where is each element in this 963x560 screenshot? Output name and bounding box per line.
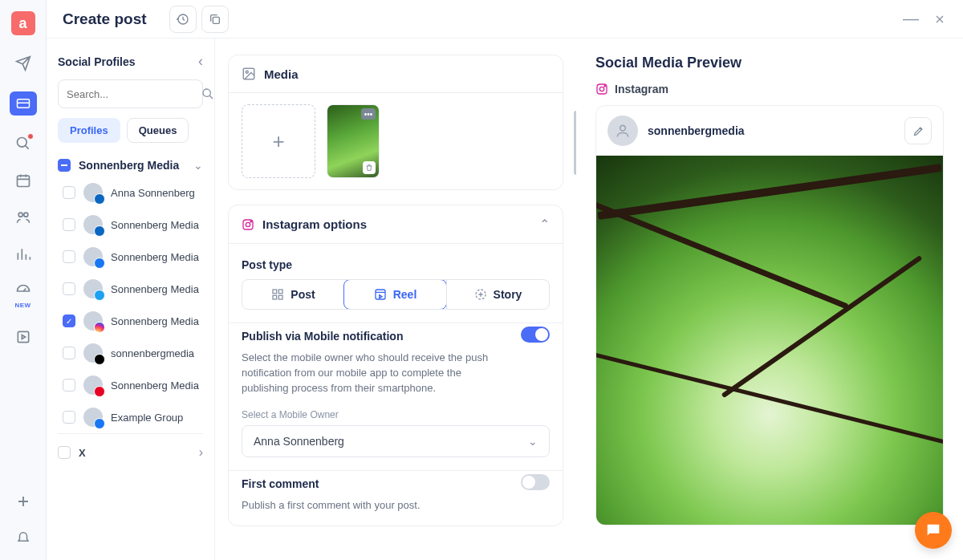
story-icon [474, 288, 487, 301]
reel-icon [374, 288, 387, 301]
profile-label: Anna Sonnenberg [111, 187, 195, 199]
chevron-down-icon: ⌄ [528, 435, 538, 448]
preview-username: sonnenbergmedia [648, 124, 745, 137]
sidebar-collapse-button[interactable]: ‹ [198, 53, 203, 70]
preview-title: Social Media Preview [595, 55, 944, 71]
avatar [83, 311, 103, 331]
social-profiles-sidebar: Social Profiles ‹ Profiles Queues Sonnen… [47, 39, 215, 560]
chevron-right-icon: › [199, 445, 203, 460]
svg-point-1 [17, 138, 26, 148]
rail-globe-search-icon[interactable] [14, 135, 32, 152]
svg-point-4 [23, 213, 27, 217]
profile-checkbox[interactable] [63, 379, 75, 392]
svg-point-21 [604, 86, 605, 87]
rail-add-icon[interactable] [14, 493, 32, 510]
history-button[interactable] [169, 6, 197, 33]
profile-item[interactable]: Sonnenberg Media [58, 305, 203, 337]
first-comment-toggle[interactable] [521, 474, 550, 490]
post-type-label: Post type [242, 258, 550, 271]
add-media-button[interactable]: + [242, 104, 315, 178]
sidebar-title: Social Profiles [58, 55, 135, 68]
profile-item[interactable]: Sonnenberg Media [58, 241, 203, 273]
rail-analytics-icon[interactable] [14, 246, 32, 263]
rail-dashboard-icon[interactable] [14, 282, 32, 300]
rail-library-icon[interactable] [14, 328, 32, 346]
grid-icon [271, 288, 284, 301]
post-type-reel[interactable]: Reel [343, 279, 447, 310]
profile-checkbox[interactable] [63, 314, 75, 327]
close-button[interactable] [933, 12, 947, 26]
profile-label: Sonnenberg Media [111, 379, 199, 392]
scrollbar-thumb[interactable] [574, 111, 576, 175]
tab-queues[interactable]: Queues [127, 118, 189, 143]
network-badge-instagram [94, 322, 105, 333]
profile-label: Sonnenberg Media [111, 283, 199, 295]
profile-checkbox[interactable] [63, 282, 75, 295]
search-input[interactable] [67, 88, 201, 100]
profile-label: Sonnenberg Media [111, 219, 199, 231]
svg-rect-15 [273, 295, 277, 299]
duplicate-button[interactable] [201, 6, 229, 33]
footer-checkbox[interactable] [58, 446, 71, 459]
group-checkbox-indeterminate[interactable] [58, 159, 71, 172]
profile-item[interactable]: Sonnenberg Media [58, 273, 203, 305]
profile-checkbox[interactable] [63, 218, 75, 231]
sidebar-footer-row[interactable]: X › [58, 433, 203, 471]
profile-checkbox[interactable] [63, 186, 75, 199]
preview-edit-button[interactable] [904, 117, 932, 144]
profile-checkbox[interactable] [63, 411, 75, 424]
social-preview-panel: Social Media Preview Instagram sonnenber… [576, 39, 963, 560]
footer-label: X [79, 447, 86, 459]
group-name: Sonnenberg Media [79, 159, 179, 172]
profile-item[interactable]: Example Group [58, 401, 203, 433]
profile-label: Sonnenberg Media [111, 251, 199, 263]
rail-notification-dot [27, 133, 34, 140]
svg-point-20 [599, 87, 603, 91]
post-type-story[interactable]: Story [446, 280, 549, 309]
app-logo[interactable]: a [11, 11, 35, 35]
profile-item[interactable]: Sonnenberg Media [58, 209, 203, 241]
mobile-notification-title: Publish via Mobile notification [242, 330, 508, 343]
media-more-button[interactable]: ••• [361, 108, 376, 120]
profile-checkbox[interactable] [63, 347, 75, 359]
media-card: Media + ••• [228, 55, 563, 190]
mobile-notification-toggle[interactable] [521, 327, 550, 343]
post-type-post[interactable]: Post [242, 280, 344, 309]
chevron-down-icon: ⌄ [193, 159, 203, 172]
rail-calendar-icon[interactable] [14, 172, 32, 189]
profile-item[interactable]: Sonnenberg Media [58, 369, 203, 401]
media-thumbnail[interactable]: ••• [327, 104, 380, 178]
first-comment-helper: Publish a first comment with your post. [242, 498, 508, 513]
post-type-segmented: Post Reel [242, 279, 550, 310]
collapse-button[interactable]: ⌃ [539, 217, 550, 232]
app-left-rail: a NEW [0, 0, 47, 560]
mobile-owner-label: Select a Mobile Owner [242, 409, 550, 420]
avatar [83, 215, 103, 234]
network-badge-linkedin [94, 193, 105, 205]
instagram-icon [242, 218, 254, 231]
rail-new-badge: NEW [14, 302, 30, 309]
rail-bell-icon[interactable] [14, 528, 32, 546]
mobile-notification-helper: Select the mobile owner who should recei… [242, 351, 508, 396]
profile-item[interactable]: sonnenbergmedia [58, 337, 203, 369]
svg-point-7 [203, 89, 210, 96]
rail-send-icon[interactable] [14, 55, 32, 72]
chat-fab[interactable] [915, 512, 952, 549]
mobile-owner-select[interactable]: Anna Sonnenberg ⌄ [242, 425, 550, 457]
profile-checkbox[interactable] [63, 250, 75, 263]
page-title: Create post [63, 10, 147, 28]
rail-team-icon[interactable] [14, 209, 32, 226]
profile-group-row[interactable]: Sonnenberg Media ⌄ [58, 154, 203, 177]
minimize-button[interactable]: — [904, 12, 918, 26]
media-title: Media [264, 67, 299, 81]
svg-rect-14 [279, 290, 283, 294]
preview-card: sonnenbergmedia [595, 105, 944, 526]
network-badge-facebook [94, 418, 105, 429]
svg-point-9 [246, 71, 248, 73]
svg-rect-13 [273, 290, 277, 294]
search-input-wrapper[interactable] [58, 79, 203, 108]
rail-inbox-icon[interactable] [10, 91, 37, 116]
profile-item[interactable]: Anna Sonnenberg [58, 177, 203, 209]
media-delete-button[interactable] [363, 161, 376, 174]
tab-profiles[interactable]: Profiles [58, 118, 120, 143]
